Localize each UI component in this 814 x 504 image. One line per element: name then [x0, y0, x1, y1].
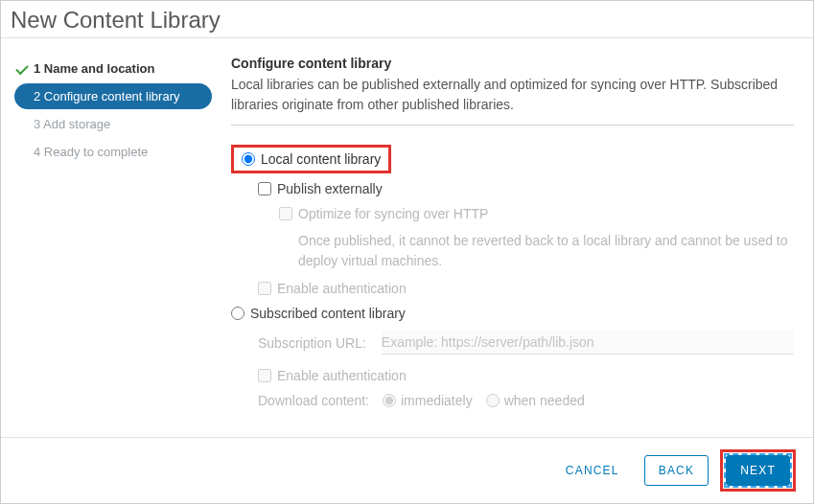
subscription-url-input: [382, 331, 794, 355]
optimize-http-label: Optimize for syncing over HTTP: [298, 206, 488, 221]
section-description: Local libraries can be published externa…: [231, 75, 794, 126]
wizard-dialog: New Content Library 1 Name and location …: [0, 0, 814, 504]
step-label: 2 Configure content library: [34, 89, 179, 103]
download-immediately-label: immediately: [401, 393, 473, 408]
download-immediately-option: immediately: [383, 393, 473, 408]
publish-externally-row[interactable]: Publish externally: [258, 181, 794, 196]
subscription-url-row: Subscription URL:: [258, 331, 794, 355]
subscription-url-label: Subscription URL:: [258, 335, 366, 351]
enable-auth-row: Enable authentication: [258, 281, 794, 296]
enable-auth-subscribed-label: Enable authentication: [277, 368, 407, 383]
enable-auth-label: Enable authentication: [277, 281, 407, 296]
subscribed-content-library-radio[interactable]: [231, 307, 244, 320]
step-configure-content-library[interactable]: 2 Configure content library: [14, 83, 212, 109]
download-when-needed-radio: [486, 394, 500, 407]
subscribed-content-library-row[interactable]: Subscribed content library: [231, 306, 794, 321]
highlight-local-content-library: Local content library: [231, 145, 391, 173]
wizard-title: New Content Library: [1, 1, 813, 38]
enable-auth-checkbox: [258, 282, 271, 295]
step-label: 3 Add storage: [34, 117, 110, 131]
publish-externally-label: Publish externally: [277, 181, 383, 196]
optimize-http-checkbox: [279, 207, 292, 220]
section-heading: Configure content library: [231, 56, 794, 71]
local-content-library-label: Local content library: [261, 151, 381, 167]
download-content-row: Download content: immediately when neede…: [258, 393, 794, 408]
step-label: 1 Name and location: [34, 61, 154, 76]
publish-externally-checkbox[interactable]: [258, 182, 271, 195]
enable-auth-subscribed-checkbox: [258, 369, 271, 382]
download-immediately-radio: [383, 394, 396, 407]
download-when-needed-label: when needed: [504, 393, 585, 408]
optimize-http-row: Optimize for syncing over HTTP: [279, 206, 794, 221]
step-label: 4 Ready to complete: [34, 145, 148, 159]
cancel-button[interactable]: CANCEL: [552, 456, 633, 485]
wizard-main-panel: Configure content library Local librarie…: [212, 38, 813, 437]
wizard-footer: CANCEL BACK NEXT: [1, 437, 813, 503]
download-when-needed-option: when needed: [486, 393, 585, 408]
next-button[interactable]: NEXT: [726, 455, 790, 486]
step-add-storage: 3 Add storage: [14, 111, 212, 137]
highlight-next-button: NEXT: [720, 449, 796, 492]
wizard-steps-sidebar: 1 Name and location 2 Configure content …: [1, 38, 212, 437]
wizard-body: 1 Name and location 2 Configure content …: [1, 38, 813, 437]
local-content-library-radio[interactable]: [242, 152, 255, 166]
step-ready-to-complete: 4 Ready to complete: [14, 139, 212, 165]
back-button[interactable]: BACK: [644, 455, 709, 486]
subscribed-content-library-label: Subscribed content library: [250, 306, 406, 321]
enable-auth-subscribed-row: Enable authentication: [258, 368, 794, 383]
step-name-and-location[interactable]: 1 Name and location: [14, 56, 212, 81]
download-content-label: Download content:: [258, 393, 369, 408]
optimize-http-description: Once published, it cannot be reverted ba…: [298, 231, 794, 271]
